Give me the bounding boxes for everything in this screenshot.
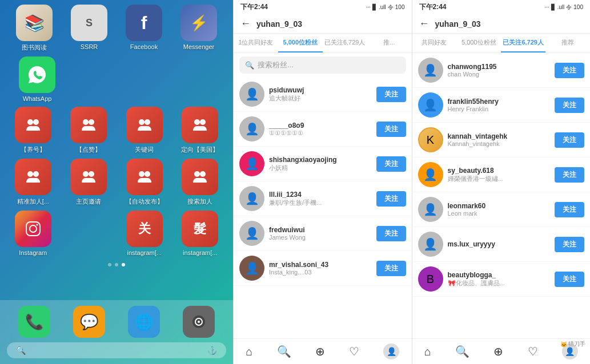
user-handle: mr_vishal.soni_43 [269,261,372,269]
follow-button[interactable]: 关注 [555,237,584,252]
app-keywords[interactable]: 关键词 [118,107,171,154]
dock-browser[interactable]: 🌐 [128,306,160,338]
follow-button[interactable]: 关注 [376,226,406,241]
follow-button[interactable]: 关注 [376,156,406,172]
app-dianzan[interactable]: 【点赞】 [63,107,115,154]
app-yanghaio[interactable]: 【养号】 [7,107,59,154]
tab-recommend-1[interactable]: 推... [367,34,412,52]
user-list-1: 👤 psiduwuwj 追大帧就好 关注 👤 _____o8o9 ①①①①①① … [234,77,412,338]
app-search-add[interactable]: 搜索加人 [174,159,227,206]
back-button-1[interactable]: ← [240,18,251,30]
status-icons-2: ··· ▊ .ull 令 100 [544,3,583,11]
search-bar[interactable]: 🔍 ⚓ [7,342,226,358]
homepage-invite-label: 主页邀请 [76,197,101,206]
home-icon[interactable]: ⌂ [246,345,252,358]
right-section: 下午2:44 ··· ▊ .ull 令 100 ← yuhan_9_03 1位共… [233,0,590,364]
search-input-box-1[interactable]: 🔍 搜索粉丝... [239,56,406,74]
avatar: 👤 [239,151,264,176]
app-facebook[interactable]: f Facebook [121,5,167,52]
list-item: 👤 sy_beauty.618 嬅榮儷香港一級繡... 关注 [412,157,591,192]
special-apps-row: Instagram 关 instagram[... 髮 instagram[..… [0,208,233,258]
dianzan-label: 【点赞】 [76,145,101,154]
app-instagram-haircut[interactable]: 髮 instagram[... [174,211,227,256]
list-item: 👤 ms.lux_uryyyy 关注 [412,227,591,262]
tab-following-2[interactable]: 已关注6,729人 [501,34,545,52]
svg-point-13 [145,171,150,177]
avatar: 👤 [418,58,443,83]
tab-mutual-1[interactable]: 1位共同好友 [234,34,278,52]
follow-button[interactable]: 关注 [555,98,584,113]
watermark-text: 猎刀手 [568,340,585,348]
profile-icon[interactable]: 👤 [383,343,399,359]
app-homepage-invite[interactable]: 主页邀请 [63,159,115,206]
instagram-icon [15,211,51,247]
user-bio: James Wong [269,234,372,241]
follow-button[interactable]: 关注 [555,202,584,217]
follow-button[interactable]: 关注 [376,122,406,137]
insta-nav-1: ← yuhan_9_03 [234,14,412,34]
svg-point-12 [139,171,145,177]
app-instagram-guan[interactable]: 关 instagram[... [118,211,171,256]
dock-message[interactable]: 💬 [73,306,105,338]
follow-button[interactable]: 关注 [555,272,584,287]
user-handle: kannah_vintagehk [448,132,551,140]
instagram-screen-2: 下午2:44 ··· ▊ .ull 令 100 ← yuhan_9_03 共同好… [412,0,591,364]
heart-icon[interactable]: ♡ [349,345,359,358]
heart-icon-2[interactable]: ♡ [528,345,538,358]
app-messenger[interactable]: ⚡ Messenger [176,5,222,52]
list-item: 👤 leonmark60 Leon mark 关注 [412,192,591,227]
follow-button[interactable]: 关注 [376,191,406,207]
wifi-1: 令 [388,3,394,11]
back-button-2[interactable]: ← [419,18,430,30]
app-ssrr[interactable]: S SSRR [66,5,112,52]
home-icon-2[interactable]: ⌂ [424,345,431,358]
search-bottom-icon[interactable]: 🔍 [277,345,291,358]
bottom-nav-1: ⌂ 🔍 ⊕ ♡ 👤 [234,338,412,364]
follow-button[interactable]: 关注 [555,167,584,183]
avatar: 👤 [418,162,443,187]
app-empty [63,211,115,256]
follow-button[interactable]: 关注 [555,63,584,78]
app-precise-add[interactable]: 精准加人[... [7,159,59,206]
app-whatsapp[interactable]: WhatsApp [14,56,60,102]
add-icon[interactable]: ⊕ [315,345,325,358]
tab-followers-1[interactable]: 5,000位粉丝 [278,34,323,52]
battery-pct-2: 100 [573,4,583,10]
app-tushu[interactable]: 📚 图书阅读 [11,5,57,52]
avatar: 👤 [418,232,443,257]
insta-nav-2: ← yuhan_9_03 [412,14,591,34]
tab-recommend-2[interactable]: 推荐 [545,34,590,52]
user-bio: 嬅榮儷香港一級繡... [448,175,551,183]
dock-phone[interactable]: 📞 [18,306,50,338]
follow-button[interactable]: 关注 [376,87,406,102]
tab-mutual-2[interactable]: 共同好友 [412,34,457,52]
dock-camera[interactable] [183,306,215,338]
bottom-nav-2: ⌂ 🔍 ⊕ ♡ 👤 🐱 猎刀手 [412,338,591,364]
app-instagram[interactable]: Instagram [7,211,59,256]
search-right-icon: ⚓ [207,346,217,355]
watermark-icon: 🐱 [560,341,567,347]
red-icons-row2: 精准加人[... 主页邀请 【自动发布】 [0,156,233,208]
search-icon: 🔍 [16,346,26,355]
empty-slot [70,211,107,247]
dot-2 [115,263,118,266]
tab-followers-2[interactable]: 5,000位粉丝 [456,34,501,52]
add-icon-2[interactable]: ⊕ [493,345,503,358]
user-handle: chanwong1195 [448,63,551,71]
search-add-icon [182,159,218,195]
user-handle: beautyblogga_ [448,271,551,279]
search-bottom-icon-2[interactable]: 🔍 [455,345,469,358]
user-info: mr_vishal.soni_43 Insta_king....03 [269,261,372,276]
follow-button[interactable]: 关注 [376,261,406,276]
page-dots [0,258,233,269]
dot-1 [108,263,111,266]
app-us-target[interactable]: 定向【美国】 [174,107,227,154]
user-info: psiduwuwj 追大帧就好 [269,86,372,103]
app-auto-publish[interactable]: 【自动发布】 [118,159,171,206]
keywords-label: 关键词 [135,145,154,154]
signal-bars-2: .ull [557,4,565,10]
tab-following-1[interactable]: 已关注6,729人 [323,34,367,52]
follow-button[interactable]: 关注 [555,132,584,148]
watermark: 🐱 猎刀手 [560,340,585,348]
user-handle: _____o8o9 [269,122,372,130]
